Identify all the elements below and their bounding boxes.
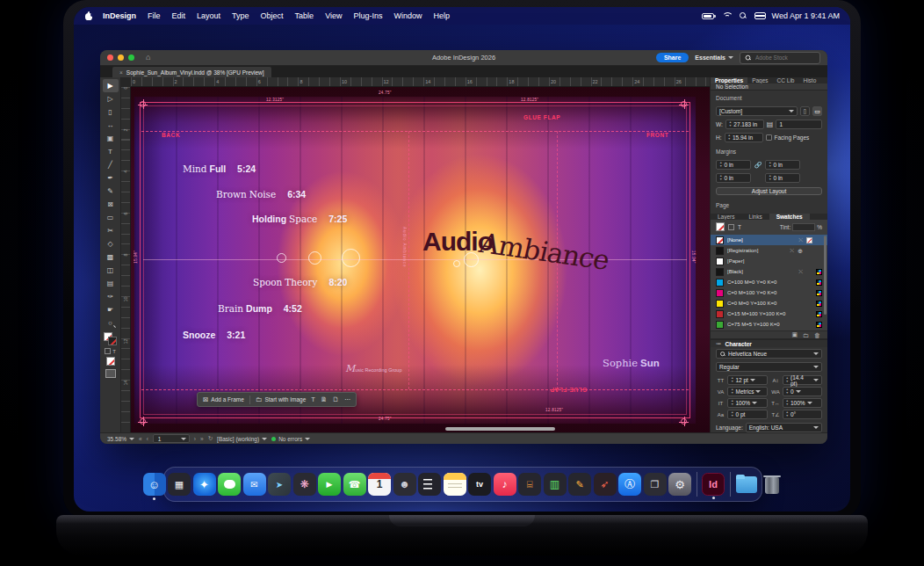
pasteboard[interactable]: BACK FRONT GLUE FLAP GLUE FLAP 12.3125" … [131, 87, 710, 432]
home-icon[interactable]: ⌂ [146, 54, 150, 62]
dock-item-numbers[interactable]: ▥ [544, 473, 567, 496]
menu-item[interactable]: Layout [197, 11, 220, 20]
height-field[interactable]: ▲▼15.94 in [725, 133, 763, 142]
link-margins-icon[interactable]: 🔗 [754, 162, 762, 169]
tool-hand[interactable]: ☛ [103, 303, 119, 316]
menu-item[interactable]: View [325, 11, 342, 20]
tool-gap[interactable]: ↔ [103, 119, 119, 132]
dock-item-reminders[interactable] [418, 473, 441, 496]
tab-history[interactable]: Histo [798, 77, 820, 83]
dock-item-messages[interactable] [218, 473, 241, 496]
next-page-button[interactable]: › [194, 436, 196, 442]
menu-item[interactable]: InDesign [103, 11, 136, 20]
dock-item-pages[interactable]: ✎ [568, 473, 591, 496]
menu-item[interactable]: Plug-Ins [353, 11, 382, 20]
tab-properties[interactable]: Properties [711, 77, 747, 83]
last-page-button[interactable]: » [200, 436, 204, 442]
tool-line[interactable]: ╱ [103, 158, 119, 171]
dock-item-sep[interactable] [730, 472, 731, 497]
object-swatch-toggle[interactable] [728, 224, 734, 230]
baseline-shift-field[interactable]: ▲▼0 pt [727, 410, 768, 419]
tool-page[interactable]: ▯ [103, 105, 119, 119]
menu-item[interactable]: Window [394, 11, 422, 20]
page-number-field[interactable] [153, 434, 190, 443]
tab-cc-libraries[interactable]: CC Lib [773, 77, 799, 83]
document-preset-select[interactable]: [Custom] [716, 106, 798, 116]
new-group-button[interactable]: 🗀 [803, 332, 809, 338]
swatch-row-black[interactable]: [Black] ⤬ ⊕ [711, 266, 827, 277]
workspace-switcher[interactable]: Essentials [695, 54, 733, 61]
preflight-profile-select[interactable]: [Basic] (working) [217, 436, 267, 442]
tool-gradient-feather[interactable]: ◫ [103, 264, 119, 277]
document-tab[interactable]: × Sophie_Sun_Album_Vinyl.indd @ 38% [GPU… [112, 67, 271, 77]
tool-note[interactable]: ▤ [103, 277, 119, 290]
menubar-clock[interactable]: Wed Apr 1 9:41 AM [772, 11, 840, 20]
dock-item-photos[interactable]: ❋ [293, 473, 316, 496]
adobe-stock-search[interactable] [740, 52, 820, 64]
swatch-row-none[interactable]: [None] ⤬ ⊕ [711, 235, 827, 245]
horizontal-ruler[interactable]: 02468101214161820222426 [131, 77, 710, 87]
album-spread-artwork[interactable]: BACK FRONT GLUE FLAP GLUE FLAP 12.3125" … [134, 97, 696, 424]
new-swatch-button[interactable]: ▣ [791, 331, 798, 338]
tool-free-transform[interactable]: ◇ [103, 237, 119, 250]
margin-bottom-field[interactable]: ▲▼0 in [716, 173, 751, 183]
kerning-field[interactable]: ▲▼Metrics [727, 387, 768, 396]
dock-item-phone[interactable]: ☎ [343, 473, 366, 496]
ruler-origin[interactable] [121, 77, 131, 87]
text-swatch-toggle[interactable]: T [738, 224, 741, 230]
menu-item[interactable]: Type [232, 11, 249, 20]
tool-pen[interactable]: ✒ [103, 171, 119, 185]
wifi-icon[interactable] [722, 12, 732, 20]
menu-item[interactable]: Object [261, 11, 284, 20]
dock-item-indesign[interactable]: Id [702, 473, 725, 496]
document-add-icon[interactable]: 🗋 [332, 395, 339, 403]
share-button[interactable]: Share [656, 53, 689, 62]
close-tab-icon[interactable]: × [119, 69, 123, 76]
dock-item-contacts[interactable]: ☻ [393, 473, 416, 496]
swatch-row-magenta[interactable]: C=0 M=100 Y=0 K=0 ⤬ ⊕ [711, 287, 827, 298]
swatch-row-registration[interactable]: [Registration] ⤬ ⊕ [711, 245, 827, 256]
dock-item-launchpad[interactable]: ▦ [168, 473, 191, 496]
control-center-icon[interactable] [754, 12, 764, 19]
swatch-row-paper[interactable]: [Paper] ⤬ ⊕ [711, 256, 827, 266]
landscape-orientation-button[interactable]: ▭ [812, 106, 822, 116]
portrait-orientation-button[interactable]: ▯ [800, 106, 810, 116]
tool-direct-selection[interactable]: ▷ [103, 92, 119, 105]
tool-frame[interactable]: ⊠ [103, 198, 119, 211]
tint-field[interactable] [792, 223, 815, 231]
dock-item-notes[interactable] [444, 473, 466, 496]
add-frame-button[interactable]: ⊠Add a Frame [203, 395, 244, 403]
tracking-field[interactable]: ▲▼0 [783, 387, 823, 396]
dock-item-rocket[interactable]: ➶ [594, 473, 617, 496]
previous-page-button[interactable]: ‹ [147, 436, 148, 442]
font-size-field[interactable]: ▲▼12 pt [727, 375, 768, 385]
tool-scissors[interactable]: ✂ [103, 224, 119, 237]
tool-eyedropper[interactable]: ✑ [103, 290, 119, 303]
dock-item-downloads[interactable] [735, 473, 758, 496]
start-with-image-button[interactable]: 🗀Start with Image [256, 395, 306, 403]
zoom-window-button[interactable] [128, 54, 134, 61]
dock-item-appstore[interactable]: Ⓐ [618, 473, 641, 496]
menu-item[interactable]: File [148, 11, 161, 20]
font-family-select[interactable]: Helvetica Neue [716, 349, 822, 359]
delete-swatch-button[interactable]: 🗑 [814, 332, 820, 338]
tab-links[interactable]: Links [742, 214, 769, 220]
dock-item-tv[interactable]: tv [468, 473, 491, 496]
tab-layers[interactable]: Layers [711, 214, 742, 220]
screen-mode-button[interactable] [105, 369, 116, 378]
tool-zoom[interactable]: ○ [103, 316, 119, 330]
horizontal-scale-field[interactable]: ▲▼100% [783, 398, 823, 408]
tool-content-collector[interactable]: ▣ [103, 132, 119, 145]
dock-item-maps[interactable]: ➤ [268, 473, 291, 496]
tab-swatches[interactable]: Swatches [769, 214, 810, 220]
swatch-row-cyan[interactable]: C=100 M=0 Y=0 K=0 ⤬ ⊕ [711, 277, 827, 287]
menu-item[interactable]: Table [295, 11, 314, 20]
dock-item-books[interactable]: ❐ [644, 473, 667, 496]
tool-selection[interactable]: ▶ [103, 79, 119, 92]
vertical-ruler[interactable]: 02468101214 [121, 87, 131, 432]
facing-pages-checkbox[interactable] [766, 134, 772, 141]
zoom-level-select[interactable]: 35.58% [107, 436, 134, 442]
swatch-row-red[interactable]: C=15 M=100 Y=100 K=0 ⤬ ⊕ [711, 308, 827, 319]
document-icon[interactable]: 🗎 [321, 395, 328, 403]
dock-item-safari[interactable]: ✦ [193, 473, 216, 496]
